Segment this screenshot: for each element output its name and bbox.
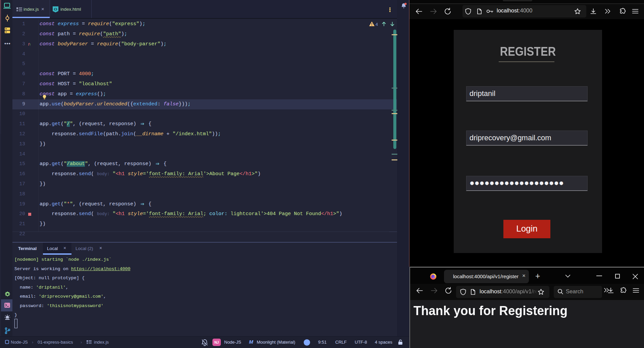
svg-text:4: 4	[376, 22, 378, 27]
